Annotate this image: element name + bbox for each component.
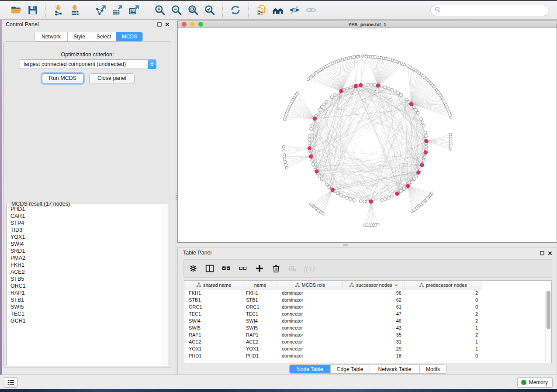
delete-row-icon[interactable] xyxy=(270,262,282,275)
column-header-name[interactable]: name xyxy=(243,281,277,289)
search-box[interactable] xyxy=(430,5,549,16)
cell-successor-nodes: 18 xyxy=(343,352,405,359)
mcds-result-item[interactable]: CAR1 xyxy=(7,213,163,220)
minimize-window-icon[interactable] xyxy=(190,22,195,27)
task-history-button[interactable] xyxy=(4,377,17,388)
close-panel-button[interactable]: Close panel xyxy=(89,73,135,83)
close-panel-icon[interactable] xyxy=(547,250,553,256)
column-header-shared-name[interactable]: shared name xyxy=(184,281,243,289)
mcds-result-item[interactable]: STB1 xyxy=(7,296,163,303)
cell-successor-nodes: 46 xyxy=(343,317,405,324)
mcds-result-item[interactable]: SWI5 xyxy=(7,303,163,310)
first-neighbors-icon[interactable] xyxy=(270,2,286,18)
mcds-result-item[interactable]: SRD1 xyxy=(7,248,163,254)
add-row-icon[interactable] xyxy=(253,262,266,275)
deselect-all-icon[interactable] xyxy=(237,262,249,275)
mcds-result-item[interactable]: SWI4 xyxy=(7,241,163,248)
cell-MCDS-role: connector xyxy=(277,324,343,331)
cell-name: SWI4 xyxy=(243,317,277,324)
mcds-result-item[interactable]: PHD1 xyxy=(7,206,163,213)
zoom-selected-icon[interactable] xyxy=(201,2,218,18)
refresh-layout-icon[interactable] xyxy=(227,2,244,18)
cell-shared-name: YOX1 xyxy=(184,345,243,352)
close-panel-icon[interactable] xyxy=(164,21,170,28)
tab-mcds[interactable]: MCDS xyxy=(116,32,142,41)
settings-gear-icon[interactable] xyxy=(187,262,199,275)
float-panel-icon[interactable] xyxy=(156,21,163,28)
desktop-background-bottom xyxy=(0,389,557,392)
maximize-window-icon[interactable] xyxy=(198,22,203,27)
tab-network-table[interactable]: Network Table xyxy=(370,365,419,373)
network-window-titlebar[interactable]: YPA_prune.txt_1 xyxy=(178,21,557,28)
cell-shared-name: SWI5 xyxy=(184,324,243,331)
optimization-criterion-select[interactable]: largest connected component (undirected) xyxy=(20,59,156,69)
open-session-folder-icon[interactable] xyxy=(8,2,24,18)
zoom-fit-icon[interactable] xyxy=(185,2,201,18)
export-table-icon[interactable] xyxy=(109,2,126,18)
table-row[interactable]: ACE2ACE2connector311 xyxy=(184,338,545,345)
export-image-icon[interactable] xyxy=(126,2,142,18)
mcds-result-item[interactable]: FKH1 xyxy=(7,261,163,268)
import-table-icon[interactable] xyxy=(67,2,83,18)
cell-predecessor-nodes: 0 xyxy=(405,352,481,359)
show-all-icon[interactable] xyxy=(303,2,319,18)
mcds-result-item[interactable]: TEC1 xyxy=(7,310,163,317)
memory-label: Memory xyxy=(529,379,548,385)
column-header-MCDS-role[interactable]: MCDS role xyxy=(277,281,343,289)
mcds-result-item[interactable]: ORC1 xyxy=(7,282,163,289)
zoom-in-icon[interactable] xyxy=(152,2,168,18)
network-view[interactable] xyxy=(178,28,557,242)
table-row[interactable]: SWI5SWI5connector431 xyxy=(184,324,545,331)
tab-style[interactable]: Style xyxy=(67,32,91,41)
mcds-result-item[interactable]: PMA2 xyxy=(7,254,163,261)
horizontal-splitter[interactable] xyxy=(177,243,557,248)
table-row[interactable]: YOX1YOX1connector291 xyxy=(184,345,545,352)
cell-MCDS-role: dominator xyxy=(277,303,343,310)
table-row[interactable]: TEC1TEC1connector472 xyxy=(184,310,545,317)
tab-edge-table[interactable]: Edge Table xyxy=(330,365,370,373)
scrollbar-thumb[interactable] xyxy=(547,291,550,329)
column-header-successor-nodes[interactable]: successor nodes xyxy=(343,281,405,289)
new-network-from-selection-icon[interactable] xyxy=(253,2,270,18)
zoom-out-icon[interactable] xyxy=(168,2,185,18)
memory-button[interactable]: Memory xyxy=(517,377,553,388)
tab-node-table[interactable]: Node Table xyxy=(290,365,330,373)
tab-motifs[interactable]: Motifs xyxy=(419,365,446,373)
table-row[interactable]: RAP1RAP1dominator352 xyxy=(184,331,545,338)
splitter-handle-icon xyxy=(343,244,348,246)
network-window: YPA_prune.txt_1 xyxy=(177,21,557,243)
float-panel-icon[interactable] xyxy=(539,250,545,256)
tab-network[interactable]: Network xyxy=(35,32,67,41)
save-session-floppy-icon[interactable] xyxy=(24,2,41,18)
cell-successor-nodes: 61 xyxy=(343,303,405,310)
table-row[interactable]: STB1STB1dominator620 xyxy=(184,296,545,303)
mcds-result-item[interactable]: ACE2 xyxy=(7,268,163,275)
mcds-result-item[interactable]: GCR1 xyxy=(7,317,163,324)
table-scrollbar[interactable] xyxy=(545,289,551,363)
cell-name: ORC1 xyxy=(243,303,277,310)
mcds-result-item[interactable]: YOX1 xyxy=(7,234,163,241)
main-toolbar xyxy=(0,1,557,20)
search-input[interactable] xyxy=(441,6,549,15)
run-mcds-button[interactable]: Run MCDS xyxy=(42,73,83,83)
table-row[interactable]: ORC1ORC1dominator610 xyxy=(184,303,545,310)
export-network-icon[interactable] xyxy=(93,2,109,18)
table-row[interactable]: PHD1PHD1dominator180 xyxy=(184,352,545,359)
mcds-result-scrollbar[interactable] xyxy=(163,205,168,365)
hide-selected-icon[interactable] xyxy=(286,2,303,18)
mcds-result-item[interactable]: TID3 xyxy=(7,227,163,234)
import-network-icon[interactable] xyxy=(50,2,67,18)
column-view-icon[interactable] xyxy=(204,262,216,275)
close-window-icon[interactable] xyxy=(182,22,187,27)
column-header-predecessor-nodes[interactable]: predecessor nodes xyxy=(405,281,481,289)
tab-select[interactable]: Select xyxy=(91,32,116,41)
mcds-result-item[interactable]: RAP1 xyxy=(7,289,163,296)
cell-name: PHD1 xyxy=(243,352,277,359)
select-all-icon[interactable] xyxy=(220,262,232,275)
cell-name: YOX1 xyxy=(243,345,277,352)
table-row[interactable]: FKH1FKH1dominator962 xyxy=(184,289,545,296)
mcds-result-item[interactable]: STP4 xyxy=(7,220,163,227)
cell-successor-nodes: 47 xyxy=(343,310,405,317)
table-row[interactable]: SWI4SWI4dominator462 xyxy=(184,317,545,324)
mcds-result-item[interactable]: STB5 xyxy=(7,275,163,282)
